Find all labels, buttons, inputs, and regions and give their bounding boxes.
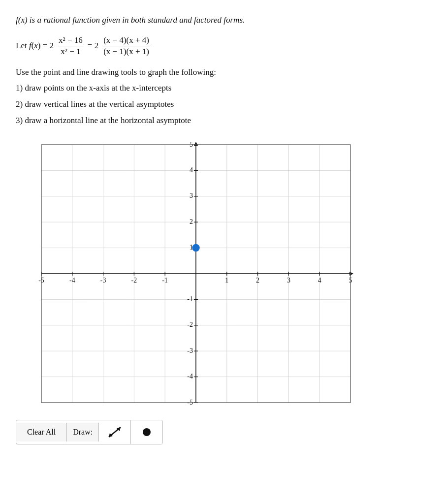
equation-block: Let f(x) = 2 x² − 16 x² − 1 = 2 (x − 4)(… <box>16 35 428 57</box>
line-tool-icon <box>105 423 125 441</box>
clear-all-button[interactable]: Clear All <box>16 423 67 441</box>
dot-tool-icon <box>137 423 157 441</box>
instruction-step1: 1) draw points on the x-axis at the x-in… <box>16 81 428 95</box>
graph-canvas[interactable] <box>16 138 360 413</box>
svg-point-3 <box>143 428 151 436</box>
numerator-standard: x² − 16 <box>58 35 84 46</box>
numerator-factored: (x − 4)(x + 4) <box>102 35 150 46</box>
toolbar[interactable]: Clear All Draw: <box>16 420 163 444</box>
equals-sign: = 2 <box>88 41 98 51</box>
fraction-standard: x² − 16 x² − 1 <box>58 35 84 57</box>
instruction-step3: 3) draw a horizontal line at the horizon… <box>16 114 428 128</box>
denominator-standard: x² − 1 <box>60 46 81 57</box>
line-tool-button[interactable] <box>99 420 131 444</box>
intro-text: f(x) is a rational function given in bot… <box>16 14 428 27</box>
denominator-factored: (x − 1)(x + 1) <box>102 46 150 57</box>
instructions-block: Use the point and line drawing tools to … <box>16 65 428 128</box>
dot-tool-button[interactable] <box>131 420 162 444</box>
instruction-preamble: Use the point and line drawing tools to … <box>16 65 428 80</box>
graph-area[interactable] <box>16 138 360 413</box>
let-label: Let f(x) = 2 <box>16 41 54 51</box>
draw-label: Draw: <box>67 423 99 441</box>
instruction-step2: 2) draw vertical lines at the vertical a… <box>16 97 428 112</box>
fraction-factored: (x − 4)(x + 4) (x − 1)(x + 1) <box>102 35 150 57</box>
